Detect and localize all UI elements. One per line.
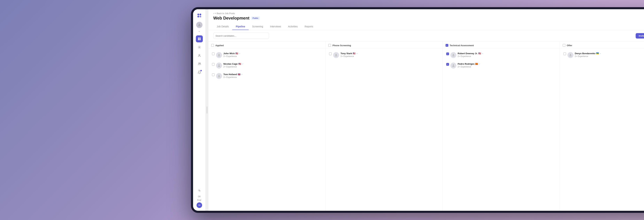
candidate-name: Nicolas Cage bbox=[224, 62, 238, 65]
candidate-checkbox[interactable] bbox=[212, 63, 215, 66]
back-link[interactable]: ‹ < Back to Job Posts bbox=[213, 12, 644, 15]
sidebar-icon-notifications[interactable] bbox=[196, 69, 203, 76]
list-item[interactable]: ✓ Robert Downey Jr. 🇺🇸 ♂ bbox=[445, 50, 558, 60]
candidate-checkbox[interactable]: ✓ bbox=[446, 63, 449, 66]
svg-point-15 bbox=[218, 64, 220, 66]
list-item[interactable]: Tony Stark 🇺🇸 ♂ 2+ Experience bbox=[328, 50, 440, 60]
tab-screening[interactable]: Screening bbox=[249, 23, 266, 30]
candidate-experience: 2+ Experience bbox=[458, 66, 556, 68]
candidate-experience: 2+ Experience bbox=[575, 55, 644, 58]
column-title-phone-screening: Phone Screening bbox=[332, 44, 351, 47]
svg-point-20 bbox=[570, 54, 571, 55]
offer-checkbox[interactable] bbox=[563, 44, 566, 47]
toolbar-right: Invite Qualified ▾ ⋮ bbox=[636, 33, 644, 38]
list-item[interactable]: Tom Holland 🇬🇧 ♂ 2+ Experience bbox=[210, 71, 323, 81]
candidate-flag: 🇪🇸 bbox=[475, 62, 478, 65]
candidate-gender: ♂ bbox=[482, 52, 483, 54]
offer-candidate-list: Denys Bondarenko 🇺🇦 ♂ 2+ Experience bbox=[560, 49, 644, 211]
column-phone-screening: Phone Screening Tony Stark bbox=[326, 42, 442, 211]
page-title: Web Development bbox=[213, 16, 250, 20]
candidate-checkbox[interactable] bbox=[563, 52, 566, 55]
tab-pipeline[interactable]: Pipeline bbox=[232, 23, 249, 30]
sidebar-icon-jobs[interactable] bbox=[196, 36, 203, 42]
candidate-info: Tony Stark 🇺🇸 ♂ 2+ Experience bbox=[340, 52, 439, 58]
applied-candidate-list: John Wick 🇺🇸 ♂ 2+ Experience bbox=[208, 49, 325, 211]
sidebar-expand-button[interactable]: >> bbox=[196, 202, 202, 208]
avatar bbox=[450, 62, 456, 68]
svg-point-18 bbox=[453, 54, 454, 55]
tab-activities[interactable]: Activities bbox=[284, 23, 301, 30]
svg-point-2 bbox=[198, 16, 199, 18]
svg-rect-8 bbox=[199, 39, 200, 40]
resizer[interactable] bbox=[206, 9, 208, 211]
candidate-experience: 2+ Experience bbox=[224, 55, 322, 58]
tab-reports[interactable]: Reports bbox=[301, 23, 316, 30]
column-title-applied: Applied bbox=[215, 44, 224, 47]
avatar bbox=[450, 52, 456, 58]
sidebar-icon-team[interactable] bbox=[196, 60, 203, 68]
candidate-flag: 🇺🇸 bbox=[238, 62, 241, 65]
column-header-offer: Offer bbox=[560, 42, 644, 49]
candidate-flag: 🇺🇸 bbox=[236, 52, 238, 55]
list-item[interactable]: John Wick 🇺🇸 ♂ 2+ Experience bbox=[210, 50, 323, 60]
svg-point-12 bbox=[200, 63, 200, 64]
candidate-info: Nicolas Cage 🇺🇸 ♂ 2+ Experience bbox=[224, 62, 322, 68]
column-header-technical-assessment: Technical Assessment bbox=[443, 42, 560, 49]
invite-button[interactable]: Invite bbox=[636, 33, 644, 38]
phone-screening-candidate-list: Tony Stark 🇺🇸 ♂ 2+ Experience bbox=[326, 49, 442, 211]
pipeline-toolbar: Invite Qualified ▾ ⋮ bbox=[208, 30, 644, 42]
candidate-flag: 🇺🇦 bbox=[596, 52, 599, 55]
candidate-experience: 2+ Experience bbox=[458, 55, 556, 58]
candidate-info: Denys Bondarenko 🇺🇦 ♂ 2+ Experience bbox=[575, 52, 644, 58]
candidate-checkbox[interactable]: ✓ bbox=[446, 52, 449, 55]
sidebar-bottom: DB Engl >> bbox=[196, 187, 203, 208]
column-title-offer: Offer bbox=[567, 44, 572, 47]
svg-point-10 bbox=[199, 54, 200, 56]
candidate-checkbox[interactable] bbox=[212, 52, 215, 55]
svg-rect-5 bbox=[198, 38, 199, 39]
list-item[interactable]: ✓ Pedro Rodriges 🇪🇸 ♂ bbox=[445, 61, 558, 70]
candidate-info: Tom Holland 🇬🇧 ♂ 2+ Experience bbox=[224, 73, 322, 78]
list-item[interactable]: Nicolas Cage 🇺🇸 ♂ 2+ Experience bbox=[210, 61, 323, 70]
avatar bbox=[216, 62, 222, 68]
sidebar: ∨ bbox=[193, 9, 206, 211]
tablet-container: ∨ bbox=[191, 7, 644, 213]
tab-interviews[interactable]: Interviews bbox=[266, 23, 284, 30]
candidate-name-row: Nicolas Cage 🇺🇸 ♂ bbox=[224, 62, 322, 65]
technical-assessment-checkbox[interactable] bbox=[446, 44, 448, 47]
svg-point-13 bbox=[199, 190, 200, 191]
svg-point-1 bbox=[200, 14, 201, 15]
svg-point-9 bbox=[199, 47, 200, 48]
sidebar-icon-gear[interactable] bbox=[196, 187, 203, 194]
svg-rect-7 bbox=[198, 39, 199, 40]
sidebar-collapse-icon[interactable]: ∨ bbox=[198, 30, 200, 32]
public-badge: Public bbox=[251, 16, 260, 20]
svg-point-19 bbox=[453, 64, 454, 66]
svg-point-17 bbox=[336, 54, 337, 55]
column-header-applied: Applied bbox=[208, 42, 325, 49]
applied-checkbox[interactable] bbox=[211, 44, 214, 47]
candidate-gender: ♂ bbox=[241, 74, 242, 76]
lang-label: Engl bbox=[197, 199, 201, 201]
header: ‹ < Back to Job Posts Web Development Pu… bbox=[208, 9, 644, 30]
phone-screening-checkbox[interactable] bbox=[328, 44, 331, 47]
candidate-gender: ♂ bbox=[239, 52, 240, 54]
sidebar-icon-candidates[interactable] bbox=[196, 52, 203, 59]
search-input[interactable] bbox=[213, 32, 269, 39]
candidate-checkbox[interactable] bbox=[329, 52, 332, 55]
list-item[interactable]: Denys Bondarenko 🇺🇦 ♂ 2+ Experience bbox=[562, 50, 644, 60]
columns-container: Applied John Wick bbox=[208, 42, 644, 211]
candidate-checkbox[interactable] bbox=[212, 74, 215, 76]
column-header-phone-screening: Phone Screening bbox=[326, 42, 442, 49]
avatar bbox=[196, 22, 202, 28]
column-applied: Applied John Wick bbox=[208, 42, 326, 211]
avatar bbox=[216, 73, 222, 79]
back-link-text: < Back to Job Posts bbox=[215, 12, 235, 15]
sidebar-icon-settings[interactable] bbox=[196, 44, 203, 51]
notification-badge bbox=[200, 70, 202, 71]
candidate-name: Tom Holland bbox=[224, 73, 237, 76]
candidate-info: Robert Downey Jr. 🇺🇸 ♂ 2+ Experience bbox=[458, 52, 556, 58]
candidate-name-row: John Wick 🇺🇸 ♂ bbox=[224, 52, 322, 55]
tab-job-details[interactable]: Job Details bbox=[213, 23, 232, 30]
avatar bbox=[568, 52, 574, 58]
